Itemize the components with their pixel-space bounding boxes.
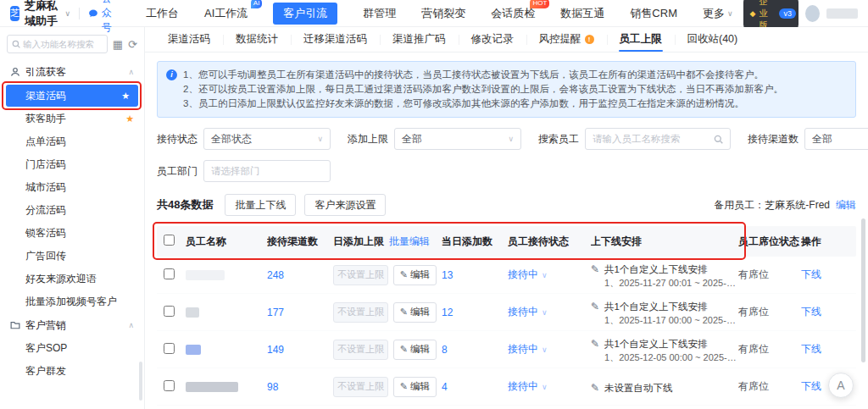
today-added-count[interactable]: 8 — [442, 344, 448, 356]
staff-search-input[interactable] — [593, 134, 710, 144]
employee-name-cell — [186, 381, 267, 393]
schedule-edit-icon[interactable]: ✎ — [591, 263, 599, 275]
top-nav-label: 营销裂变 — [421, 6, 465, 21]
offline-action-link[interactable]: 下线 — [801, 380, 821, 392]
reception-status-dropdown[interactable]: 接待中∨ — [508, 342, 548, 356]
row-checkbox[interactable] — [164, 306, 175, 317]
sidebar-item[interactable]: 获客助手★ — [0, 108, 144, 130]
edit-limit-button[interactable]: ✎编辑 — [393, 265, 437, 285]
top-nav-item[interactable]: 数据互通 — [560, 6, 604, 21]
tab-item[interactable]: 渠道推广码 — [380, 27, 459, 52]
top-nav-item[interactable]: 销售CRM — [630, 6, 677, 21]
backup-staff-edit-link[interactable]: 编辑 — [836, 198, 856, 213]
schedule-edit-icon[interactable]: ✎ — [591, 382, 599, 394]
offline-action-link[interactable]: 下线 — [801, 268, 821, 280]
schedule-edit-icon[interactable]: ✎ — [591, 301, 599, 312]
reception-status-dropdown[interactable]: 接待中∨ — [508, 268, 548, 282]
column-header: 日添加上限批量编辑 — [333, 235, 442, 249]
sidebar-item[interactable]: 客户群发 — [0, 360, 144, 383]
top-nav-item[interactable]: 工作台 — [146, 6, 179, 21]
edit-limit-button[interactable]: ✎编辑 — [393, 340, 437, 360]
top-nav-label: AI工作流 — [204, 6, 248, 21]
top-nav-item[interactable]: 客户引流 — [273, 3, 337, 25]
staff-search-box[interactable] — [585, 128, 731, 150]
filter-label: 接待渠道数 — [748, 132, 798, 146]
customer-source-settings-button[interactable]: 客户来源设置 — [304, 194, 386, 216]
avatar[interactable] — [805, 5, 820, 22]
reception-channels-count[interactable]: 98 — [267, 381, 278, 393]
sidebar-item[interactable]: 客户SOP — [0, 337, 144, 360]
sidebar-section-header[interactable]: 客户营销∧ — [0, 313, 144, 337]
select-value: 全部 — [402, 132, 422, 146]
schedule-line-1: 未设置自动下线 — [604, 382, 673, 394]
department-input[interactable] — [203, 160, 331, 182]
row-checkbox[interactable] — [164, 380, 175, 391]
sidebar-search-input[interactable] — [23, 39, 96, 49]
sidebar-item[interactable]: 广告回传 — [0, 245, 144, 268]
sidebar-item[interactable]: 点单活码 — [0, 130, 144, 153]
sidebar-item[interactable]: 好友来源欢迎语 — [0, 268, 144, 290]
reception-status-select[interactable]: 全部状态 ∨ — [203, 128, 331, 150]
tab-item[interactable]: 数据统计 — [223, 27, 291, 52]
status-cell: 接待中∨ — [508, 305, 591, 319]
top-nav: 工作台AI工作流AI客户引流群管理营销裂变会话质检HOT数据互通销售CRM更多∨ — [146, 3, 733, 25]
reception-status-dropdown[interactable]: 接待中∨ — [508, 379, 548, 394]
schedule-edit-icon[interactable]: ✎ — [591, 338, 599, 350]
tab-item[interactable]: 员工上限 — [607, 27, 675, 52]
channels-cell: 149 — [267, 344, 333, 356]
column-header: 操作 — [801, 235, 842, 249]
offline-action-link[interactable]: 下线 — [801, 343, 821, 355]
edit-limit-button[interactable]: ✎编辑 — [393, 377, 437, 397]
top-nav-item[interactable]: 群管理 — [363, 6, 396, 21]
today-added-count[interactable]: 12 — [442, 307, 453, 318]
sidebar-item[interactable]: 城市活码 — [0, 176, 144, 199]
search-icon[interactable] — [714, 135, 723, 144]
edit-button-label: 编辑 — [410, 380, 430, 393]
channel-count-select[interactable]: 全部 ∨ — [804, 128, 868, 150]
sidebar-item[interactable]: 锁客活码 — [0, 222, 144, 245]
tab-item[interactable]: 风控提醒! — [526, 27, 607, 52]
row-checkbox[interactable] — [164, 343, 175, 354]
chevron-down-icon: ∨ — [317, 135, 323, 143]
select-all-checkbox[interactable] — [164, 235, 175, 246]
offline-action-link[interactable]: 下线 — [801, 306, 821, 318]
sidebar-item[interactable]: 分流活码 — [0, 199, 144, 222]
reception-channels-count[interactable]: 149 — [267, 344, 284, 356]
grid-view-icon[interactable]: ▦ — [113, 39, 123, 50]
tab-item[interactable]: 回收站(40) — [675, 27, 751, 52]
schedule-line-2: 1、2025-11-17 00:00 ~ 2025-… — [604, 314, 736, 326]
batch-online-offline-button[interactable]: 批量上下线 — [225, 194, 296, 216]
sidebar-item[interactable]: 渠道活码★ — [6, 85, 138, 107]
sidebar-item[interactable]: 门店活码 — [0, 153, 144, 176]
reception-channels-count[interactable]: 177 — [267, 307, 284, 318]
tab-label: 数据统计 — [236, 32, 278, 47]
sidebar-search[interactable] — [7, 35, 108, 53]
top-nav-item[interactable]: 营销裂变 — [421, 6, 465, 21]
today-added-count[interactable]: 4 — [442, 381, 448, 393]
sidebar-section-header[interactable]: 引流获客∧ — [0, 60, 144, 84]
top-nav-item[interactable]: 更多∨ — [703, 6, 733, 21]
employee-name-cell — [186, 307, 267, 318]
column-header: 上下线安排 — [591, 235, 738, 249]
batch-edit-link[interactable]: 批量编辑 — [389, 235, 430, 249]
today-added-count[interactable]: 13 — [442, 269, 453, 281]
floating-assistant-button[interactable]: A — [828, 373, 854, 398]
top-nav-item[interactable]: AI工作流AI — [204, 6, 248, 21]
refresh-icon[interactable]: ⟳ — [128, 39, 137, 50]
sidebar-scrollbar[interactable] — [139, 362, 142, 401]
top-nav-label: 客户引流 — [283, 6, 327, 21]
top-nav-item[interactable]: 会话质检HOT — [491, 6, 535, 21]
tab-item[interactable]: 渠道活码 — [155, 27, 223, 52]
row-checkbox[interactable] — [164, 268, 175, 279]
tab-item[interactable]: 迁移渠道活码 — [291, 27, 380, 52]
column-header-label: 员工席位状态 — [738, 235, 799, 249]
logo[interactable]: 芝 芝麻私域助手 ∨ — [10, 0, 70, 29]
reception-channels-count[interactable]: 248 — [267, 269, 284, 281]
tab-label: 渠道推广码 — [392, 32, 446, 47]
vertical-scrollbar[interactable] — [861, 218, 865, 362]
edit-limit-button[interactable]: ✎编辑 — [393, 302, 437, 323]
tab-item[interactable]: 修改记录 — [459, 27, 526, 52]
sidebar-item[interactable]: 批量添加视频号客户 — [0, 290, 144, 313]
add-limit-select[interactable]: 全部 ∨ — [394, 128, 521, 150]
reception-status-dropdown[interactable]: 接待中∨ — [508, 305, 548, 319]
